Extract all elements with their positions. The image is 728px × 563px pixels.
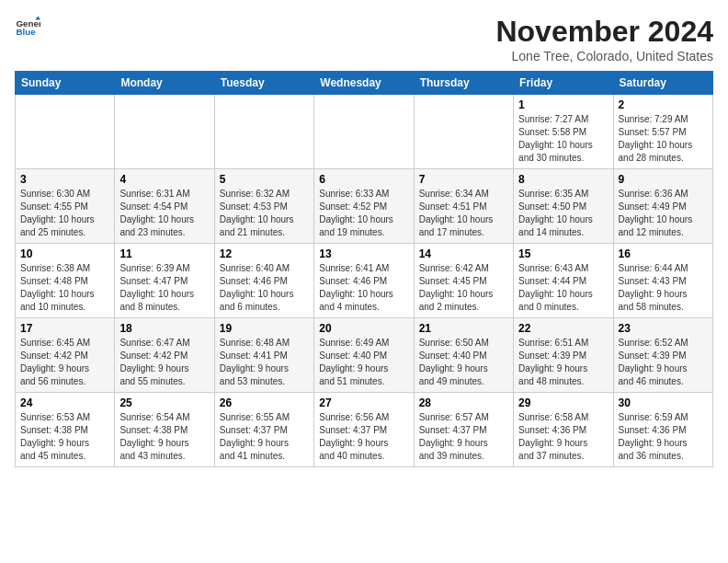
day-info: Sunrise: 6:59 AM Sunset: 4:36 PM Dayligh… <box>619 411 708 463</box>
table-row: 2Sunrise: 7:29 AM Sunset: 5:57 PM Daylig… <box>613 95 712 169</box>
day-info: Sunrise: 6:44 AM Sunset: 4:43 PM Dayligh… <box>619 262 708 314</box>
table-row: 17Sunrise: 6:45 AM Sunset: 4:42 PM Dayli… <box>16 318 115 393</box>
day-number: 23 <box>619 322 708 335</box>
col-thursday: Thursday <box>414 72 513 95</box>
day-info: Sunrise: 6:52 AM Sunset: 4:39 PM Dayligh… <box>619 337 708 388</box>
table-row: 24Sunrise: 6:53 AM Sunset: 4:38 PM Dayli… <box>16 393 115 467</box>
day-number: 7 <box>419 173 508 186</box>
day-info: Sunrise: 6:40 AM Sunset: 4:46 PM Dayligh… <box>220 262 309 314</box>
day-info: Sunrise: 6:31 AM Sunset: 4:54 PM Dayligh… <box>119 188 209 239</box>
day-info: Sunrise: 7:27 AM Sunset: 5:58 PM Dayligh… <box>518 113 608 165</box>
day-number: 10 <box>20 247 109 260</box>
table-row <box>314 95 414 169</box>
day-number: 27 <box>319 396 408 409</box>
calendar-week-4: 24Sunrise: 6:53 AM Sunset: 4:38 PM Dayli… <box>16 393 713 467</box>
day-number: 1 <box>518 98 608 111</box>
month-title: November 2024 <box>495 15 713 49</box>
day-number: 12 <box>220 247 309 260</box>
table-row: 1Sunrise: 7:27 AM Sunset: 5:58 PM Daylig… <box>514 95 613 169</box>
day-number: 15 <box>518 247 608 260</box>
logo: General Blue <box>15 15 40 40</box>
day-info: Sunrise: 6:42 AM Sunset: 4:45 PM Dayligh… <box>419 262 508 314</box>
day-number: 30 <box>619 396 708 409</box>
col-friday: Friday <box>514 72 613 95</box>
day-info: Sunrise: 6:49 AM Sunset: 4:40 PM Dayligh… <box>319 337 408 388</box>
day-number: 3 <box>20 173 109 186</box>
table-row: 21Sunrise: 6:50 AM Sunset: 4:40 PM Dayli… <box>414 318 513 393</box>
table-row: 14Sunrise: 6:42 AM Sunset: 4:45 PM Dayli… <box>414 244 513 318</box>
table-row: 22Sunrise: 6:51 AM Sunset: 4:39 PM Dayli… <box>514 318 613 393</box>
table-row <box>16 95 115 169</box>
day-info: Sunrise: 6:41 AM Sunset: 4:46 PM Dayligh… <box>319 262 408 314</box>
day-number: 17 <box>20 322 109 335</box>
day-info: Sunrise: 6:56 AM Sunset: 4:37 PM Dayligh… <box>319 411 408 463</box>
table-row: 29Sunrise: 6:58 AM Sunset: 4:36 PM Dayli… <box>514 393 613 467</box>
day-info: Sunrise: 6:32 AM Sunset: 4:53 PM Dayligh… <box>220 188 309 239</box>
calendar-week-1: 3Sunrise: 6:30 AM Sunset: 4:55 PM Daylig… <box>16 169 713 244</box>
table-row: 23Sunrise: 6:52 AM Sunset: 4:39 PM Dayli… <box>613 318 712 393</box>
table-row: 9Sunrise: 6:36 AM Sunset: 4:49 PM Daylig… <box>613 169 712 244</box>
table-row: 25Sunrise: 6:54 AM Sunset: 4:38 PM Dayli… <box>115 393 214 467</box>
subtitle: Lone Tree, Colorado, United States <box>495 49 713 63</box>
day-info: Sunrise: 6:35 AM Sunset: 4:50 PM Dayligh… <box>518 188 608 239</box>
day-number: 14 <box>419 247 508 260</box>
day-number: 11 <box>119 247 209 260</box>
day-number: 16 <box>619 247 708 260</box>
day-info: Sunrise: 7:29 AM Sunset: 5:57 PM Dayligh… <box>619 113 708 165</box>
day-info: Sunrise: 6:39 AM Sunset: 4:47 PM Dayligh… <box>119 262 209 314</box>
table-row: 19Sunrise: 6:48 AM Sunset: 4:41 PM Dayli… <box>214 318 313 393</box>
day-info: Sunrise: 6:38 AM Sunset: 4:48 PM Dayligh… <box>20 262 109 314</box>
calendar-header-row: Sunday Monday Tuesday Wednesday Thursday… <box>16 72 713 95</box>
table-row: 7Sunrise: 6:34 AM Sunset: 4:51 PM Daylig… <box>414 169 513 244</box>
day-info: Sunrise: 6:30 AM Sunset: 4:55 PM Dayligh… <box>20 188 109 239</box>
table-row: 10Sunrise: 6:38 AM Sunset: 4:48 PM Dayli… <box>16 244 115 318</box>
col-sunday: Sunday <box>16 72 115 95</box>
day-number: 20 <box>319 322 408 335</box>
day-info: Sunrise: 6:33 AM Sunset: 4:52 PM Dayligh… <box>319 188 408 239</box>
day-number: 25 <box>119 396 209 409</box>
day-info: Sunrise: 6:51 AM Sunset: 4:39 PM Dayligh… <box>518 337 608 388</box>
table-row: 5Sunrise: 6:32 AM Sunset: 4:53 PM Daylig… <box>214 169 313 244</box>
logo-icon: General Blue <box>15 15 40 40</box>
table-row: 16Sunrise: 6:44 AM Sunset: 4:43 PM Dayli… <box>613 244 712 318</box>
day-number: 8 <box>518 173 608 186</box>
table-row: 13Sunrise: 6:41 AM Sunset: 4:46 PM Dayli… <box>314 244 414 318</box>
table-row <box>115 95 214 169</box>
col-tuesday: Tuesday <box>214 72 313 95</box>
table-row: 4Sunrise: 6:31 AM Sunset: 4:54 PM Daylig… <box>115 169 214 244</box>
day-info: Sunrise: 6:43 AM Sunset: 4:44 PM Dayligh… <box>518 262 608 314</box>
col-wednesday: Wednesday <box>314 72 414 95</box>
title-area: November 2024 Lone Tree, Colorado, Unite… <box>495 15 713 63</box>
day-number: 9 <box>619 173 708 186</box>
day-number: 24 <box>20 396 109 409</box>
day-number: 22 <box>518 322 608 335</box>
day-info: Sunrise: 6:47 AM Sunset: 4:42 PM Dayligh… <box>119 337 209 388</box>
col-monday: Monday <box>115 72 214 95</box>
header: General Blue November 2024 Lone Tree, Co… <box>15 15 713 63</box>
table-row: 20Sunrise: 6:49 AM Sunset: 4:40 PM Dayli… <box>314 318 414 393</box>
table-row <box>214 95 313 169</box>
table-row: 30Sunrise: 6:59 AM Sunset: 4:36 PM Dayli… <box>613 393 712 467</box>
day-info: Sunrise: 6:54 AM Sunset: 4:38 PM Dayligh… <box>119 411 209 463</box>
day-info: Sunrise: 6:50 AM Sunset: 4:40 PM Dayligh… <box>419 337 508 388</box>
table-row: 28Sunrise: 6:57 AM Sunset: 4:37 PM Dayli… <box>414 393 513 467</box>
day-number: 18 <box>119 322 209 335</box>
day-number: 19 <box>220 322 309 335</box>
table-row: 3Sunrise: 6:30 AM Sunset: 4:55 PM Daylig… <box>16 169 115 244</box>
calendar-week-2: 10Sunrise: 6:38 AM Sunset: 4:48 PM Dayli… <box>16 244 713 318</box>
day-info: Sunrise: 6:53 AM Sunset: 4:38 PM Dayligh… <box>20 411 109 463</box>
day-number: 4 <box>119 173 209 186</box>
calendar: Sunday Monday Tuesday Wednesday Thursday… <box>15 71 713 467</box>
table-row: 8Sunrise: 6:35 AM Sunset: 4:50 PM Daylig… <box>514 169 613 244</box>
table-row: 26Sunrise: 6:55 AM Sunset: 4:37 PM Dayli… <box>214 393 313 467</box>
table-row: 18Sunrise: 6:47 AM Sunset: 4:42 PM Dayli… <box>115 318 214 393</box>
day-info: Sunrise: 6:45 AM Sunset: 4:42 PM Dayligh… <box>20 337 109 388</box>
table-row: 12Sunrise: 6:40 AM Sunset: 4:46 PM Dayli… <box>214 244 313 318</box>
day-number: 13 <box>319 247 408 260</box>
day-info: Sunrise: 6:36 AM Sunset: 4:49 PM Dayligh… <box>619 188 708 239</box>
day-number: 5 <box>220 173 309 186</box>
day-info: Sunrise: 6:55 AM Sunset: 4:37 PM Dayligh… <box>220 411 309 463</box>
col-saturday: Saturday <box>613 72 712 95</box>
svg-text:Blue: Blue <box>16 27 36 37</box>
table-row: 27Sunrise: 6:56 AM Sunset: 4:37 PM Dayli… <box>314 393 414 467</box>
